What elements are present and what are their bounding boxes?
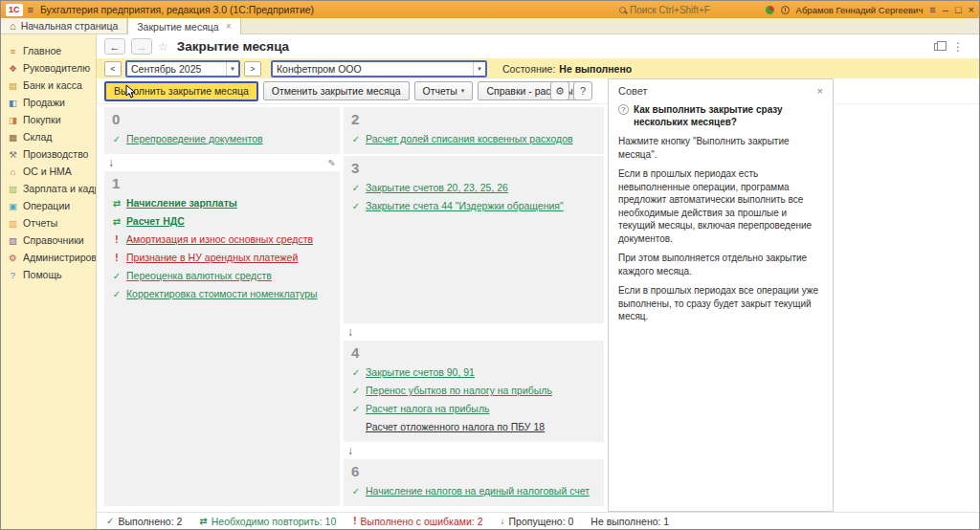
- period-field[interactable]: Сентябрь 2025 ▾: [125, 60, 240, 77]
- operation-link[interactable]: Расчет долей списания косвенных расходов: [366, 133, 573, 145]
- forward-button[interactable]: →: [131, 38, 152, 55]
- tip-paragraph: Если в прошлых периодах есть невыполненн…: [618, 167, 823, 245]
- dropdown-icon[interactable]: ▾: [226, 62, 238, 76]
- tip-close-icon[interactable]: ×: [817, 85, 823, 97]
- sidebar-item-label: Главное: [23, 45, 61, 56]
- sidebar-item-bank-cash[interactable]: ▤Банк и касса: [1, 77, 96, 94]
- help-icon[interactable]: ?: [573, 81, 592, 100]
- home-icon: ⌂: [10, 20, 16, 32]
- tip-paragraph: Нажмите кнопку "Выполнить закрытие месяц…: [618, 135, 823, 161]
- operation-link[interactable]: Расчет отложенного налога по ПБУ 18: [366, 421, 545, 433]
- title-bar: 1С ≡ Бухгалтерия предприятия, редакция 3…: [1, 1, 979, 18]
- sidebar-item-reports[interactable]: ▥Отчеты: [1, 214, 96, 232]
- sidebar-item-label: Покупки: [23, 114, 61, 125]
- sidebar-item-production[interactable]: ⚒Производство: [1, 145, 96, 163]
- sidebar-item-manager[interactable]: ❖Руководителю: [1, 59, 96, 77]
- error-count-icon: !: [353, 516, 356, 526]
- page-title: Закрытие месяца: [177, 39, 289, 54]
- operation-link[interactable]: Корректировка стоимости номенклатуры: [126, 288, 318, 300]
- operation-item: ✓Перенос убытков по налогу на прибыль: [349, 382, 598, 400]
- flow-arrow: ↓✎: [104, 156, 340, 171]
- tab-month-closing[interactable]: Закрытие месяца ×: [127, 18, 240, 34]
- prev-month-button[interactable]: <: [104, 61, 122, 77]
- sidebar-item-fixed-assets[interactable]: ⌂ОС и НМА: [1, 163, 96, 180]
- favorite-star-icon[interactable]: ☆: [158, 40, 168, 54]
- window-title: Бухгалтерия предприятия, редакция 3.0 (1…: [40, 4, 314, 15]
- closing-column-1: 0✓Перепроведение документов↓✎1⇄Начислени…: [104, 107, 340, 508]
- sidebar-item-administration[interactable]: ⚙Администрирование: [1, 249, 96, 266]
- organization-field[interactable]: Конфетпром ООО ▾: [271, 60, 487, 77]
- sidebar: ≡Главное❖Руководителю▤Банк и касса◧Прода…: [1, 34, 97, 529]
- tab-bar: ⌂ Начальная страница Закрытие месяца ×: [1, 18, 979, 34]
- operation-link[interactable]: Признание в НУ арендных платежей: [126, 252, 298, 264]
- closing-column-2: 2✓Расчет долей списания косвенных расход…: [344, 107, 604, 508]
- operation-link[interactable]: Начисление налогов на единый налоговый с…: [366, 485, 590, 497]
- operation-item: !Признание в НУ арендных платежей: [110, 249, 334, 267]
- operation-link[interactable]: Переоценка валютных средств: [126, 270, 272, 282]
- 1c-logo: 1С: [6, 4, 23, 16]
- status-done-icon: ✓: [112, 133, 122, 145]
- cancel-month-closing-button[interactable]: Отменить закрытие месяца: [263, 81, 410, 100]
- reports-button[interactable]: Отчеты ▾: [414, 81, 474, 100]
- operation-link[interactable]: Закрытие счетов 90, 91: [366, 366, 475, 379]
- history-icon[interactable]: [781, 6, 790, 14]
- sidebar-item-salary-hr[interactable]: ▨Зарплата и кадры: [1, 180, 96, 197]
- service-menu-icon[interactable]: ≡: [929, 1, 935, 18]
- sidebar-item-operations[interactable]: ▣Операции: [1, 197, 96, 214]
- reports-button-label: Отчеты: [423, 85, 457, 97]
- status-error-icon: !: [112, 252, 122, 264]
- operation-link[interactable]: Расчет НДС: [126, 215, 185, 228]
- status-repeat-icon: ⇄: [112, 215, 122, 228]
- sidebar-item-label: Руководителю: [23, 62, 90, 74]
- state-value: Не выполнено: [559, 63, 632, 75]
- main-menu-icon[interactable]: ≡: [28, 1, 33, 18]
- operation-item: Расчет отложенного налога по ПБУ 18: [349, 418, 598, 436]
- get-link-icon[interactable]: [934, 43, 942, 51]
- operation-link[interactable]: Начисление зарплаты: [126, 197, 237, 210]
- main-area: ← → ☆ Закрытие месяца ⋮ < Сентябрь 2025 …: [97, 34, 979, 529]
- sidebar-item-label: Справочники: [23, 234, 84, 246]
- more-menu-icon[interactable]: ⋮: [952, 40, 964, 54]
- repeat-count-icon: ⇄: [199, 516, 207, 526]
- tab-close-icon[interactable]: ×: [226, 21, 232, 32]
- sidebar-item-warehouse[interactable]: ▦Склад: [1, 128, 96, 145]
- operation-link[interactable]: Перенос убытков по налогу на прибыль: [366, 385, 552, 397]
- closing-operations: 0✓Перепроведение документов↓✎1⇄Начислени…: [97, 104, 979, 512]
- user-name[interactable]: Абрамов Геннадий Сергеевич: [796, 5, 924, 15]
- operation-link[interactable]: Амортизация и износ основных средств: [126, 233, 313, 246]
- operations-icon: ▣: [8, 201, 18, 211]
- next-month-button[interactable]: >: [244, 61, 261, 77]
- global-search[interactable]: Поиск Ctrl+Shift+F: [619, 1, 710, 18]
- sidebar-item-main[interactable]: ≡Главное: [1, 42, 96, 59]
- operation-link[interactable]: Закрытие счета 44 "Издержки обращения": [366, 200, 564, 212]
- dropdown-icon[interactable]: ▾: [473, 62, 485, 76]
- mouse-cursor: [125, 84, 137, 99]
- minimize-icon[interactable]: –: [943, 1, 948, 18]
- sidebar-item-sales[interactable]: ◧Продажи: [1, 94, 96, 111]
- salary-hr-icon: ▨: [8, 184, 18, 194]
- settings-gear-icon[interactable]: ⚙: [550, 81, 569, 100]
- sidebar-item-directories[interactable]: ▧Справочники: [1, 232, 96, 249]
- reports-icon: ▥: [8, 218, 18, 229]
- closing-group-4: 4✓Закрытие счетов 90, 91✓Перенос убытков…: [344, 341, 604, 442]
- maximize-icon[interactable]: □: [955, 1, 962, 18]
- tip-paragraphs: Нажмите кнопку "Выполнить закрытие месяц…: [618, 135, 823, 323]
- sidebar-item-purchases[interactable]: ◨Покупки: [1, 111, 96, 128]
- done-count-icon: ✓: [106, 516, 114, 526]
- close-icon[interactable]: ×: [969, 1, 974, 18]
- operation-link[interactable]: Перепроведение документов: [126, 133, 263, 145]
- status-done-icon: ✓: [351, 485, 361, 497]
- sidebar-item-help[interactable]: ?Помощь: [1, 266, 96, 283]
- status-done-icon: ✓: [351, 385, 361, 397]
- tab-home-page[interactable]: ⌂ Начальная страница: [1, 18, 127, 33]
- back-button[interactable]: ←: [104, 38, 125, 55]
- tab-label: Начальная страница: [21, 20, 119, 32]
- operation-link[interactable]: Расчет налога на прибыль: [366, 403, 490, 415]
- status-count: ⇄Необходимо повторить: 10: [199, 516, 336, 527]
- status-done-icon: ✓: [351, 403, 361, 415]
- production-icon: ⚒: [8, 149, 18, 160]
- down-arrow-icon: ↓: [347, 444, 353, 457]
- support-status-icon[interactable]: [766, 6, 774, 14]
- edit-icon[interactable]: ✎: [328, 158, 336, 168]
- operation-link[interactable]: Закрытие счетов 20, 23, 25, 26: [366, 182, 508, 194]
